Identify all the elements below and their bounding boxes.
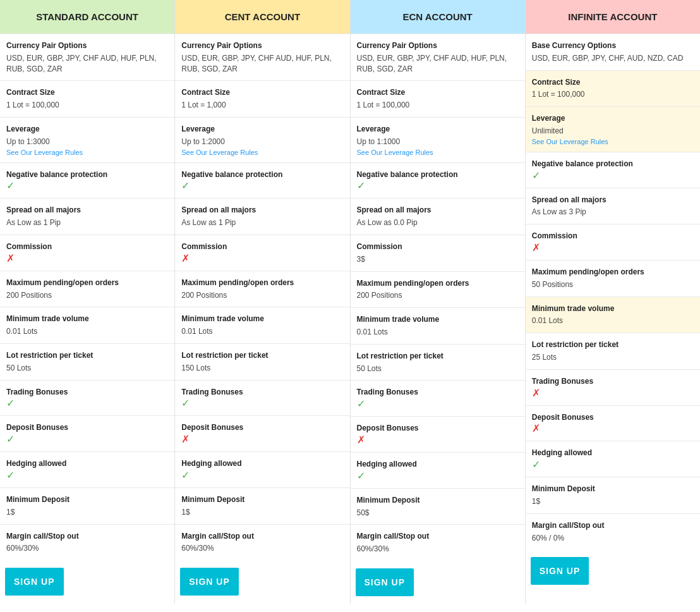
check-icon: ✓ (181, 397, 343, 409)
row-13: Margin call/Stop out60%/30% (351, 524, 525, 561)
row-label-6: Maximum pending/open orders (532, 267, 694, 278)
row-value-4: As Low as 1 Pip (181, 217, 343, 228)
row-label-2: Leverage (357, 124, 519, 135)
leverage-rules-link[interactable]: See Our Leverage Rules (6, 149, 168, 156)
row-label-10: Deposit Bonuses (357, 423, 519, 434)
row-label-3: Negative balance protection (6, 169, 168, 180)
row-value-12: 50$ (357, 508, 519, 518)
cross-icon: ✗ (357, 434, 519, 446)
row-label-1: Contract Size (6, 87, 168, 98)
infinite-signup-button[interactable]: SIGN UP (531, 557, 589, 585)
row-label-6: Maximum pending/open orders (357, 278, 519, 289)
row-13: Margin call/Stop out60% / 0% (526, 513, 700, 550)
row-label-4: Spread on all majors (357, 205, 519, 216)
cent-signup-button[interactable]: SIGN UP (180, 568, 239, 596)
row-value-13: 60% / 0% (532, 533, 694, 544)
row-1: Contract Size1 Lot = 100,000 (526, 70, 700, 107)
infinite-header: INFINITE ACCOUNT (526, 0, 700, 34)
check-icon: ✓ (532, 169, 694, 181)
row-0: Base Currency OptionsUSD, EUR, GBP, JPY,… (526, 34, 700, 70)
row-label-7: Minimum trade volume (357, 314, 519, 325)
row-label-12: Minimum Deposit (532, 484, 694, 494)
row-label-7: Minimum trade volume (532, 303, 694, 314)
row-value-6: 200 Positions (357, 290, 519, 301)
row-label-7: Minimum trade volume (181, 314, 343, 324)
row-label-5: Commission (357, 242, 519, 252)
check-icon: ✓ (6, 180, 168, 192)
row-value-4: As Low as 1 Pip (6, 217, 168, 228)
row-2: LeverageUnlimitedSee Our Leverage Rules (526, 106, 700, 152)
leverage-rules-link[interactable]: See Our Leverage Rules (532, 138, 694, 145)
row-label-1: Contract Size (532, 77, 694, 88)
row-label-8: Lot restriction per ticket (532, 340, 694, 350)
row-0: Currency Pair OptionsUSD, EUR, GBP, JPY,… (175, 34, 349, 80)
column-cent: CENT ACCOUNTCurrency Pair OptionsUSD, EU… (175, 0, 350, 604)
check-icon: ✓ (6, 469, 168, 481)
row-label-8: Lot restriction per ticket (357, 351, 519, 362)
leverage-rules-link[interactable]: See Our Leverage Rules (357, 149, 519, 156)
row-10: Deposit Bonuses✓ (0, 415, 174, 451)
cross-icon: ✗ (532, 387, 694, 399)
row-value-13: 60%/30% (6, 543, 168, 554)
row-11: Hedging allowed✓ (175, 451, 349, 487)
row-value-7: 0.01 Lots (532, 315, 694, 326)
row-label-0: Base Currency Options (532, 40, 694, 51)
row-3: Negative balance protection✓ (0, 162, 174, 199)
row-label-11: Hedging allowed (532, 448, 694, 458)
leverage-rules-link[interactable]: See Our Leverage Rules (181, 149, 343, 156)
cent-header: CENT ACCOUNT (175, 0, 349, 34)
row-2: LeverageUp to 1:2000See Our Leverage Rul… (175, 117, 349, 162)
row-value-13: 60%/30% (181, 543, 343, 554)
row-8: Lot restriction per ticket150 Lots (175, 343, 349, 380)
row-6: Maximum pending/open orders200 Positions (0, 271, 174, 307)
row-8: Lot restriction per ticket25 Lots (526, 333, 700, 369)
row-label-0: Currency Pair Options (181, 40, 343, 51)
row-value-12: 1$ (181, 507, 343, 518)
row-value-8: 50 Lots (357, 364, 519, 374)
row-value-1: 1 Lot = 100,000 (532, 89, 694, 100)
cross-icon: ✗ (532, 422, 694, 434)
row-10: Deposit Bonuses✗ (351, 416, 525, 452)
row-9: Trading Bonuses✓ (0, 380, 174, 416)
row-label-4: Spread on all majors (6, 205, 168, 216)
row-label-9: Trading Bonuses (6, 387, 168, 398)
row-value-2: Up to 1:3000 (6, 137, 168, 147)
row-label-0: Currency Pair Options (357, 40, 519, 51)
cross-icon: ✗ (181, 252, 343, 264)
row-label-7: Minimum trade volume (6, 314, 168, 324)
row-12: Minimum Deposit1$ (175, 487, 349, 524)
row-7: Minimum trade volume0.01 Lots (0, 307, 174, 343)
row-9: Trading Bonuses✓ (175, 380, 349, 416)
row-label-2: Leverage (6, 124, 168, 135)
row-5: Commission✗ (526, 224, 700, 260)
column-ecn: ECN ACCOUNTCurrency Pair OptionsUSD, EUR… (351, 0, 526, 604)
row-value-0: USD, EUR, GBP, JPY, CHF, AUD, NZD, CAD (532, 53, 694, 64)
row-label-6: Maximum pending/open orders (181, 278, 343, 288)
row-label-8: Lot restriction per ticket (181, 350, 343, 361)
standard-signup-button[interactable]: SIGN UP (5, 568, 64, 596)
row-label-0: Currency Pair Options (6, 40, 168, 51)
row-10: Deposit Bonuses✗ (175, 415, 349, 451)
row-9: Trading Bonuses✓ (351, 380, 525, 416)
row-label-12: Minimum Deposit (357, 495, 519, 506)
row-label-2: Leverage (181, 124, 343, 135)
row-value-1: 1 Lot = 100,000 (6, 100, 168, 111)
row-5: Commission✗ (0, 235, 174, 271)
row-value-8: 50 Lots (6, 363, 168, 374)
cross-icon: ✗ (6, 252, 168, 264)
row-value-13: 60%/30% (357, 544, 519, 554)
row-label-11: Hedging allowed (357, 459, 519, 470)
row-label-4: Spread on all majors (532, 195, 694, 205)
cross-icon: ✗ (532, 242, 694, 254)
row-value-6: 200 Positions (6, 290, 168, 301)
check-icon: ✓ (357, 398, 519, 410)
row-11: Hedging allowed✓ (0, 451, 174, 487)
row-2: LeverageUp to 1:3000See Our Leverage Rul… (0, 117, 174, 162)
ecn-signup-button[interactable]: SIGN UP (356, 568, 414, 596)
check-icon: ✓ (357, 180, 519, 192)
row-0: Currency Pair OptionsUSD, EUR, GBP, JPY,… (0, 34, 174, 80)
comparison-table: STANDARD ACCOUNTCurrency Pair OptionsUSD… (0, 0, 700, 604)
row-label-11: Hedging allowed (6, 458, 168, 469)
row-10: Deposit Bonuses✗ (526, 405, 700, 441)
row-13: Margin call/Stop out60%/30% (0, 524, 174, 561)
